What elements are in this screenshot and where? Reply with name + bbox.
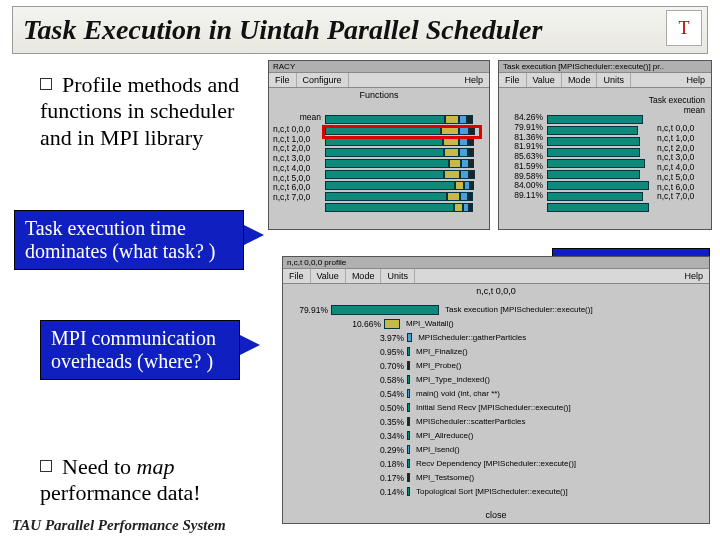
- menu-file[interactable]: File: [269, 73, 297, 87]
- mean-label: mean: [273, 113, 321, 123]
- node-label: n,c,t 7,0,0: [657, 192, 694, 202]
- menu-mode[interactable]: Mode: [346, 269, 382, 283]
- row-txt: MPIScheduler::gatherParticles: [412, 333, 526, 343]
- menu-mode[interactable]: Mode: [562, 73, 598, 87]
- menu-help[interactable]: Help: [458, 73, 489, 87]
- window-titlebar: RACY: [269, 61, 489, 73]
- row-pct: 0.17%: [289, 473, 407, 483]
- row-pct: 3.97%: [289, 333, 407, 343]
- row-pct: 79.91%: [289, 305, 331, 315]
- profiler-window-profile: n,c,t 0,0,0 profile File Value Mode Unit…: [282, 256, 710, 524]
- window-subtitle: Task execution mean: [649, 95, 705, 115]
- bullet-2: Need to map performance data!: [40, 454, 265, 507]
- pct-value: 89.11%: [503, 191, 543, 201]
- window-subtitle: Functions: [269, 88, 489, 102]
- row-pct: 0.34%: [289, 431, 407, 441]
- menu-help[interactable]: Help: [680, 73, 711, 87]
- bullet-2-post: performance data!: [40, 480, 201, 505]
- node-labels: n,c,t 0,0,0 n,c,t 1,0,0 n,c,t 2,0,0 n,c,…: [657, 124, 694, 202]
- menu-file[interactable]: File: [283, 269, 311, 283]
- percent-column: 84.26% 79.91% 81.36% 81.91% 85.63% 81.59…: [503, 113, 543, 201]
- node-labels: mean n,c,t 0,0,0 n,c,t 1,0,0 n,c,t 2,0,0…: [273, 113, 321, 203]
- row-pct: 0.29%: [289, 445, 407, 455]
- bullet-1: Profile methods and functions in schedul…: [40, 72, 265, 151]
- menu-configure[interactable]: Configure: [297, 73, 349, 87]
- row-txt: Initial Send Recv [MPIScheduler::execute…: [410, 403, 571, 413]
- profile-rows: 79.91% Task execution [MPIScheduler::exe…: [289, 303, 703, 499]
- row-pct: 0.54%: [289, 389, 407, 399]
- node-label: n,c,t 7,0,0: [273, 193, 321, 203]
- menu-value[interactable]: Value: [527, 73, 562, 87]
- callout-task-dominates: Task execution time dominates (what task…: [14, 210, 244, 270]
- bullet-1-text: Profile methods and functions in schedul…: [40, 72, 239, 150]
- profiler-window-distribution: Task execution [MPIScheduler::execute()]…: [498, 60, 712, 230]
- row-pct: 10.66%: [289, 319, 384, 329]
- menu-help[interactable]: Help: [678, 269, 709, 283]
- row-txt: MPI_Allreduce(): [410, 431, 473, 441]
- slide: Task Execution in Uintah Parallel Schedu…: [0, 0, 720, 540]
- menu-file[interactable]: File: [499, 73, 527, 87]
- logo-glyph: T: [679, 18, 690, 39]
- row-txt: Task execution [MPIScheduler::execute()]: [439, 305, 593, 315]
- row-txt: MPIScheduler::scatterParticles: [410, 417, 525, 427]
- menubar: File Value Mode Units Help: [283, 269, 709, 284]
- callout-arrow-icon: [244, 225, 264, 245]
- bullet-icon: [40, 460, 52, 472]
- bars-area: [547, 113, 649, 213]
- row-txt: MPI_Waitall(): [400, 319, 454, 329]
- bullet-2-em: map: [137, 454, 175, 479]
- menu-units[interactable]: Units: [381, 269, 415, 283]
- row-pct: 0.35%: [289, 417, 407, 427]
- row-txt: MPI_Testsome(): [410, 473, 474, 483]
- row-txt: Topological Sort [MPIScheduler::execute(…: [410, 487, 568, 497]
- row-pct: 0.70%: [289, 361, 407, 371]
- row-pct: 0.14%: [289, 487, 407, 497]
- row-pct: 0.18%: [289, 459, 407, 469]
- row-txt: MPI_Probe(): [410, 361, 461, 371]
- menu-value[interactable]: Value: [311, 269, 346, 283]
- menubar: File Value Mode Units Help: [499, 73, 711, 88]
- row-txt: MPI_Isend(): [410, 445, 460, 455]
- profiler-window-functions: RACY File Configure Help Functions mean …: [268, 60, 490, 230]
- window-titlebar: n,c,t 0,0,0 profile: [283, 257, 709, 269]
- close-button[interactable]: close: [283, 510, 709, 520]
- footer-text: TAU Parallel Performance System: [12, 517, 226, 534]
- row-txt: Recv Dependency [MPIScheduler::execute()…: [410, 459, 576, 469]
- row-txt: MPI_Finalize(): [410, 347, 468, 357]
- row-txt: MPI_Type_indexed(): [410, 375, 490, 385]
- window-subtitle: n,c,t 0,0,0: [283, 284, 709, 298]
- menubar: File Configure Help: [269, 73, 489, 88]
- menu-units[interactable]: Units: [597, 73, 631, 87]
- title-band: Task Execution in Uintah Parallel Schedu…: [12, 6, 708, 54]
- highlight-box: [322, 125, 482, 139]
- row-pct: 0.58%: [289, 375, 407, 385]
- bullet-icon: [40, 78, 52, 90]
- slide-title: Task Execution in Uintah Parallel Schedu…: [23, 14, 542, 46]
- callout-arrow-icon: [240, 335, 260, 355]
- row-pct: 0.95%: [289, 347, 407, 357]
- row-txt: main() void (int, char **): [410, 389, 500, 399]
- bullet-2-pre: Need to: [62, 454, 137, 479]
- window-titlebar: Task execution [MPIScheduler::execute()]…: [499, 61, 711, 73]
- row-pct: 0.50%: [289, 403, 407, 413]
- callout-mpi-overheads: MPI communication overheads (where? ): [40, 320, 240, 380]
- logo-box: T: [666, 10, 702, 46]
